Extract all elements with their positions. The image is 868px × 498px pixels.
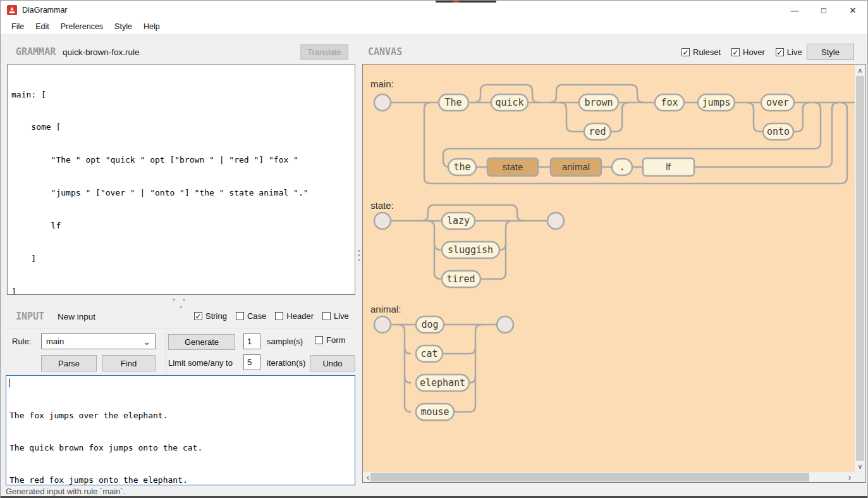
input-line: The fox jumps over the elephant. xyxy=(9,410,351,421)
scroll-right-icon[interactable]: › xyxy=(846,472,853,482)
node-lazy[interactable]: lazy xyxy=(442,213,475,229)
canvas-horizontal-scrollbar[interactable]: ‹ › xyxy=(363,472,855,482)
node-brown[interactable]: brown xyxy=(579,94,618,111)
style-button[interactable]: Style xyxy=(807,44,854,60)
scroll-up-icon[interactable]: ∧ xyxy=(855,66,865,75)
diagram-canvas[interactable]: main: state: animal: The quick xyxy=(363,65,855,472)
input-line: The quick brown fox jumps onto the cat. xyxy=(9,442,351,453)
svg-text:brown: brown xyxy=(584,97,613,108)
svg-text:cat: cat xyxy=(420,348,437,359)
input-line: The red fox jumps onto the elephant. xyxy=(9,475,351,485)
window-title: DiaGrammar xyxy=(22,6,68,15)
node-the-2[interactable]: the xyxy=(448,159,476,175)
svg-text:elephant: elephant xyxy=(420,377,465,389)
node-onto[interactable]: onto xyxy=(763,123,793,140)
code-line: main: [ xyxy=(11,89,351,100)
parse-button[interactable]: Parse xyxy=(41,355,97,371)
find-button[interactable]: Find xyxy=(102,355,156,371)
undo-button[interactable]: Undo xyxy=(310,355,355,371)
checkbox-label: Live xyxy=(787,47,802,57)
node-red[interactable]: red xyxy=(584,123,611,140)
vertical-splitter-handle[interactable]: ••• xyxy=(356,249,362,262)
text-caret xyxy=(9,378,10,387)
svg-text:jumps: jumps xyxy=(702,97,730,108)
canvas-vertical-scrollbar[interactable]: ∧ ∨ xyxy=(855,65,865,472)
node-elephant[interactable]: elephant xyxy=(416,375,469,391)
checkbox-string[interactable]: ✓ String xyxy=(194,311,227,321)
input-subtitle: New input xyxy=(58,312,95,321)
checkbox-label: Form xyxy=(326,335,345,345)
node-animal-ref[interactable]: animal xyxy=(551,158,601,176)
svg-text:.: . xyxy=(619,161,625,173)
svg-text:mouse: mouse xyxy=(420,406,449,418)
code-line: lf xyxy=(11,220,351,231)
node-quick[interactable]: quick xyxy=(491,94,528,111)
checkbox-live-input[interactable]: Live xyxy=(322,311,349,321)
generate-button[interactable]: Generate xyxy=(168,334,235,350)
node-over[interactable]: over xyxy=(761,94,794,111)
node-lf[interactable]: lf xyxy=(643,158,694,176)
translate-button[interactable]: Translate xyxy=(300,44,348,60)
menu-file[interactable]: File xyxy=(6,20,30,33)
node-jumps[interactable]: jumps xyxy=(698,94,735,111)
iterations-label: iteration(s) xyxy=(267,358,305,368)
start-circle-animal xyxy=(374,316,391,333)
minimize-button[interactable]: — xyxy=(780,1,809,20)
svg-text:onto: onto xyxy=(767,126,790,137)
vertical-scroll-thumb[interactable] xyxy=(856,76,864,461)
node-state-ref[interactable]: state xyxy=(487,158,538,176)
node-cat[interactable]: cat xyxy=(416,345,443,362)
divider xyxy=(6,328,355,328)
horizontal-scroll-thumb[interactable] xyxy=(370,473,809,482)
checkbox-case[interactable]: Case xyxy=(236,311,266,321)
node-tired[interactable]: tired xyxy=(442,271,480,287)
code-line: ] xyxy=(11,253,351,264)
grammar-file-name: quick-brown-fox.rule xyxy=(63,47,140,57)
diagram-label-main: main: xyxy=(370,78,394,89)
canvas-container: main: state: animal: The quick xyxy=(362,64,866,483)
title-bar: DiaGrammar — □ ✕ xyxy=(1,1,867,20)
app-icon xyxy=(7,5,17,15)
checkbox-label: Header xyxy=(286,311,314,321)
scroll-down-icon[interactable]: ∨ xyxy=(855,462,865,471)
menu-edit[interactable]: Edit xyxy=(30,20,55,33)
checkbox-ruleset[interactable]: ✓ Ruleset xyxy=(682,47,721,57)
checkbox-form[interactable]: Form xyxy=(315,335,345,345)
canvas-option-checkboxes: ✓ Ruleset ✓ Hover ✓ Live xyxy=(682,47,802,57)
rule-select[interactable]: main ⌄ xyxy=(41,333,156,349)
horizontal-splitter-handle[interactable]: • • • xyxy=(170,296,195,311)
grammar-code-editor[interactable]: main: [ some [ "The " opt "quick " opt [… xyxy=(7,64,355,295)
railroad-diagram-svg: main: state: animal: The quick xyxy=(363,65,855,472)
close-button[interactable]: ✕ xyxy=(838,1,867,20)
menu-preferences[interactable]: Preferences xyxy=(55,20,109,33)
status-bar-text: Generated input with rule `main`. xyxy=(6,487,125,496)
checkbox-label: Live xyxy=(334,311,349,321)
menu-help[interactable]: Help xyxy=(138,20,166,33)
checkbox-label: Hover xyxy=(743,47,765,57)
end-circle-animal xyxy=(497,316,513,333)
checkbox-header[interactable]: Header xyxy=(275,311,314,321)
checkbox-hover[interactable]: ✓ Hover xyxy=(731,47,765,57)
rule-label: Rule: xyxy=(12,337,31,346)
node-period[interactable]: . xyxy=(612,159,632,175)
node-the-1[interactable]: The xyxy=(439,94,468,111)
iterations-input[interactable]: 5 xyxy=(243,354,260,370)
generated-input-textarea[interactable]: The fox jumps over the elephant. The qui… xyxy=(6,375,355,485)
checkbox-box xyxy=(275,312,283,320)
samples-label: sample(s) xyxy=(267,337,303,346)
end-circle-state xyxy=(547,213,564,229)
maximize-button[interactable]: □ xyxy=(809,1,838,20)
node-sluggish[interactable]: sluggish xyxy=(442,242,499,258)
node-dog[interactable]: dog xyxy=(416,316,444,333)
checkbox-box xyxy=(315,336,323,344)
node-mouse[interactable]: mouse xyxy=(416,404,454,420)
menu-style[interactable]: Style xyxy=(109,20,138,33)
checkbox-label: Ruleset xyxy=(693,47,721,57)
node-fox[interactable]: fox xyxy=(655,94,684,111)
checkbox-live-canvas[interactable]: ✓ Live xyxy=(776,47,802,57)
checkbox-box: ✓ xyxy=(194,312,202,320)
grammar-panel-label: GRAMMAR xyxy=(16,46,56,58)
svg-text:The: The xyxy=(444,97,462,108)
samples-input[interactable]: 1 xyxy=(243,333,260,349)
checkbox-box xyxy=(322,312,331,320)
